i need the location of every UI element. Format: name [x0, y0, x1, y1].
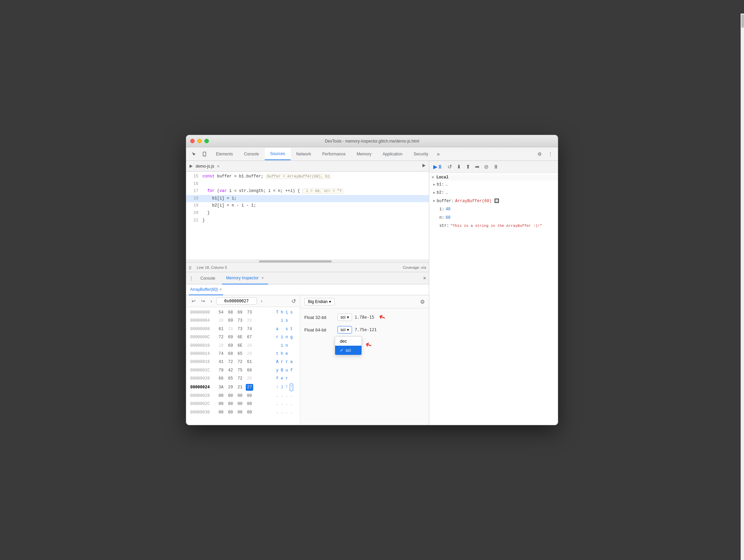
play-icon — [189, 164, 193, 168]
hex-row-2: 00000008 61 20 73 74 a — [186, 325, 300, 333]
mi-close-button[interactable]: × — [261, 275, 264, 280]
hex-rows: 00000000 54 68 69 73 T — [186, 307, 300, 425]
scope-panel: ▼ Local ▶ b1: … ▶ b2: … ▶ buffer: — [429, 173, 558, 425]
more-tabs-button[interactable]: » — [434, 151, 442, 157]
refresh-button[interactable]: ↺ — [291, 298, 296, 304]
redo-nav-button[interactable]: ↪ — [200, 298, 206, 304]
scope-section-local: ▼ Local — [429, 174, 558, 180]
scope-item-b1: ▶ b1: … — [429, 180, 558, 189]
close-button[interactable] — [190, 139, 195, 143]
window-title: DevTools - memory-inspector.glitch.me/de… — [325, 139, 419, 144]
inspect-settings-icon[interactable]: ⚙ — [420, 299, 425, 305]
buffer-tab-close[interactable]: × — [219, 287, 222, 292]
step-button[interactable]: ➡ — [474, 163, 481, 171]
hex-row-0: 00000000 54 68 69 73 T — [186, 308, 300, 317]
code-line-20: 20 } — [186, 210, 429, 217]
code-line-16: 16 — [186, 180, 429, 188]
dropdown-annotation-arrow: ➜ — [364, 339, 373, 350]
float64-format-chevron: ▾ — [347, 327, 349, 332]
format-option-dec[interactable]: dec — [335, 337, 362, 346]
titlebar: DevTools - memory-inspector.glitch.me/de… — [186, 135, 558, 147]
scope-item-b2: ▶ b2: … — [429, 189, 558, 197]
float32-format-select[interactable]: sci ▾ — [337, 314, 352, 321]
traffic-lights — [190, 139, 209, 143]
prev-button[interactable]: ‹ — [209, 298, 214, 304]
code-line-18: 18 b1[i] = i; — [186, 195, 429, 202]
format-option-sci[interactable]: ✓ sci — [335, 346, 362, 355]
right-panel: ▶⏸ ↺ ⬇ ⬆ ➡ ⊘ ⏸ ▼ Local ▶ b1: … — [429, 161, 558, 425]
step-out-button[interactable]: ⬆ — [464, 163, 472, 171]
array-buffer-tab[interactable]: ArrayBuffer(60) × — [189, 284, 223, 295]
tab-memory-inspector[interactable]: Memory Inspector × — [222, 272, 268, 284]
minimize-button[interactable] — [197, 139, 202, 143]
tab-sources[interactable]: Sources — [265, 148, 291, 160]
scope-item-buffer: ▶ buffer: ArrayBuffer(60) 🔲 — [429, 197, 558, 205]
file-close-button[interactable]: × — [217, 164, 220, 169]
maximize-button[interactable] — [204, 139, 209, 143]
filename: demo-js.js — [196, 164, 214, 169]
tab-console-bottom[interactable]: Console — [196, 272, 219, 284]
main-area: demo-js.js × 15 const buffer = b1.buffer… — [186, 161, 558, 425]
float32-annotation-arrow: ➜ — [377, 311, 387, 323]
code-file-tab: demo-js.js × — [186, 161, 429, 172]
code-line-15: 15 const buffer = b1.buffer; buffer = Ar… — [186, 173, 429, 180]
play-pause-button[interactable]: ▶⏸ — [432, 163, 444, 171]
hex-toolbar: ↩ ↪ ‹ › ↺ — [186, 295, 300, 307]
devtools-tab-bar: Elements Console Sources Network Perform… — [211, 148, 533, 160]
svg-point-1 — [204, 155, 205, 156]
run-button[interactable] — [421, 163, 426, 169]
endian-dropdown-button[interactable]: Big Endian ▾ — [304, 298, 335, 305]
code-line-17: 17 for (var i = str.length; i < n; ++i) … — [186, 188, 429, 195]
float32-format-chevron: ▾ — [347, 315, 349, 320]
format-dropdown: dec ✓ sci — [335, 336, 362, 355]
selected-byte[interactable]: 27 — [246, 384, 253, 391]
tab-performance[interactable]: Performance — [317, 148, 351, 160]
float32-row: Float 32-bit sci ▾ 1.78e-15 ➜ — [304, 313, 425, 322]
bottom-panel: ⋮ Console Memory Inspector × × — [186, 272, 429, 425]
deactivate-breakpoints-button[interactable]: ⊘ — [483, 163, 490, 171]
address-input[interactable] — [216, 297, 257, 305]
tab-application[interactable]: Application — [377, 148, 408, 160]
hex-row-5: 00000014 74 68 65 20 t — [186, 350, 300, 358]
browser-window: DevTools - memory-inspector.glitch.me/de… — [186, 135, 558, 425]
hex-row-1: 00000004 20 69 73 20 — [186, 317, 300, 325]
step-into-button[interactable]: ⬇ — [455, 163, 462, 171]
panel-dots-menu[interactable]: ⋮ — [189, 276, 194, 281]
pause-on-exceptions-button[interactable]: ⏸ — [492, 163, 500, 171]
float32-label: Float 32-bit — [304, 315, 335, 320]
inspect-rows: Float 32-bit sci ▾ 1.78e-15 ➜ — [300, 308, 429, 425]
hex-bytes-0: 54 68 69 73 — [217, 309, 271, 316]
hex-row-7: 0000001C 79 42 75 66 y — [186, 366, 300, 374]
settings-icon[interactable]: ⚙ — [535, 149, 544, 159]
cursor-icon[interactable] — [189, 149, 198, 159]
undo-nav-button[interactable]: ↩ — [190, 298, 197, 304]
tab-memory[interactable]: Memory — [351, 148, 377, 160]
code-horizontal-scrollbar[interactable] — [186, 260, 429, 262]
panel-close-button[interactable]: × — [423, 275, 426, 281]
code-line-21: 21 } — [186, 217, 429, 224]
step-over-button[interactable]: ↺ — [446, 163, 453, 171]
mobile-icon[interactable] — [200, 149, 209, 159]
code-line-19: 19 b2[i] = n - i - 1; — [186, 202, 429, 210]
tab-console[interactable]: Console — [239, 148, 265, 160]
float64-value: 7.75e-121 — [355, 327, 377, 332]
inspect-toolbar: Big Endian ▾ ⚙ — [300, 295, 429, 308]
float64-format-select[interactable]: sci ▾ — [337, 326, 352, 333]
tab-network[interactable]: Network — [291, 148, 317, 160]
memory-inspector: ArrayBuffer(60) × ↩ ↪ ‹ — [186, 284, 429, 425]
debug-toolbar: ▶⏸ ↺ ⬇ ⬆ ➡ ⊘ ⏸ — [429, 161, 558, 173]
more-icon[interactable]: ⋮ — [546, 149, 555, 159]
format-dropdown-container: dec ✓ sci ➜ — [335, 336, 425, 357]
hex-panel: ↩ ↪ ‹ › ↺ 0000000 — [186, 295, 300, 425]
float64-label: Float 64-bit — [304, 327, 335, 332]
svg-marker-2 — [190, 165, 193, 168]
tab-security[interactable]: Security — [408, 148, 434, 160]
float32-value: 1.78e-15 — [355, 315, 374, 320]
next-button[interactable]: › — [260, 298, 264, 304]
hex-row-12: 00000030 00 00 00 00 . — [186, 408, 300, 416]
hex-row-10: 00000028 00 00 00 00 . — [186, 392, 300, 400]
mi-content-area: ↩ ↪ ‹ › ↺ 0000000 — [186, 295, 429, 425]
float64-row: Float 64-bit sci ▾ 7.75e-121 — [304, 326, 425, 333]
tab-elements[interactable]: Elements — [211, 148, 239, 160]
svg-marker-3 — [422, 164, 425, 167]
